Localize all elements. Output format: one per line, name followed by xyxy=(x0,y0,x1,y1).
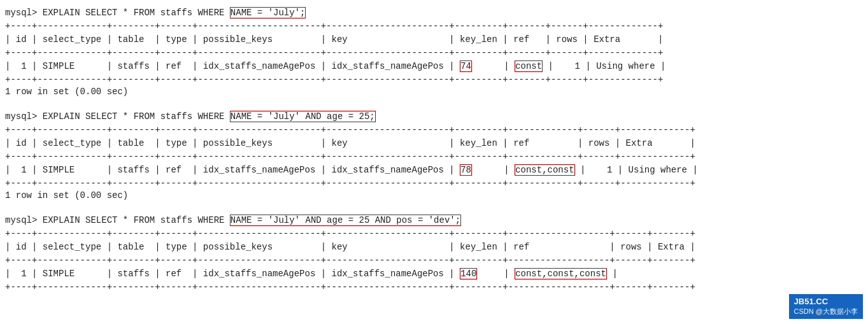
prompt-3: mysql> EXPLAIN SELECT * FROM staffs WHER… xyxy=(5,215,230,225)
separator-3a: +----+-------------+--------+------+----… xyxy=(5,227,863,241)
terminal: mysql> EXPLAIN SELECT * FROM staffs WHER… xyxy=(5,6,863,294)
watermark-text: JB51.CC xyxy=(794,297,828,306)
row-3: | 1 | SIMPLE | staffs | ref | idx_staffs… xyxy=(5,267,863,281)
separator-2c: +----+-------------+--------+------+----… xyxy=(5,177,863,190)
header-3: | id | select_type | table | type | poss… xyxy=(5,241,863,254)
prompt-1: mysql> EXPLAIN SELECT * FROM staffs WHER… xyxy=(5,8,230,18)
ref-1: const xyxy=(515,60,543,72)
blank-2 xyxy=(5,201,863,214)
query-line-1: mysql> EXPLAIN SELECT * FROM staffs WHER… xyxy=(5,6,863,20)
result-1: 1 row in set (0.00 sec) xyxy=(5,87,863,97)
header-2: | id | select_type | table | type | poss… xyxy=(5,137,863,150)
row-1: | 1 | SIMPLE | staffs | ref | idx_staffs… xyxy=(5,60,863,73)
separator-1a: +----+-------------+--------+------+----… xyxy=(5,20,863,33)
separator-2a: +----+-------------+--------+------+----… xyxy=(5,123,863,137)
separator-3b: +----+-------------+--------+------+----… xyxy=(5,254,863,267)
highlight-2: NAME = 'July' AND age = 25; xyxy=(230,111,376,122)
key-len-1: 74 xyxy=(460,60,472,72)
row-2: | 1 | SIMPLE | staffs | ref | idx_staffs… xyxy=(5,164,863,177)
separator-3c: +----+-------------+--------+------+----… xyxy=(5,281,863,294)
separator-2b: +----+-------------+--------+------+----… xyxy=(5,150,863,164)
ref-3: const,const,const xyxy=(515,268,607,279)
key-len-3: 140 xyxy=(460,268,477,279)
query-line-2: mysql> EXPLAIN SELECT * FROM staffs WHER… xyxy=(5,110,863,123)
watermark-subtext: CSDN @大数据小李 xyxy=(794,307,858,315)
highlight-3: NAME = 'July' AND age = 25 AND pos = 'de… xyxy=(230,215,461,226)
highlight-1: NAME = 'July'; xyxy=(230,7,306,18)
separator-1b: +----+-------------+--------+------+----… xyxy=(5,46,863,60)
watermark: JB51.CC CSDN @大数据小李 xyxy=(789,294,863,319)
key-len-2: 78 xyxy=(460,164,472,176)
header-1: | id | select_type | table | type | poss… xyxy=(5,33,863,46)
result-2: 1 row in set (0.00 sec) xyxy=(5,190,863,201)
ref-2: const,const xyxy=(515,164,574,176)
prompt-2: mysql> EXPLAIN SELECT * FROM staffs WHER… xyxy=(5,111,230,122)
separator-1c: +----+-------------+--------+------+----… xyxy=(5,73,863,87)
query-line-3: mysql> EXPLAIN SELECT * FROM staffs WHER… xyxy=(5,214,863,227)
blank-1 xyxy=(5,97,863,110)
